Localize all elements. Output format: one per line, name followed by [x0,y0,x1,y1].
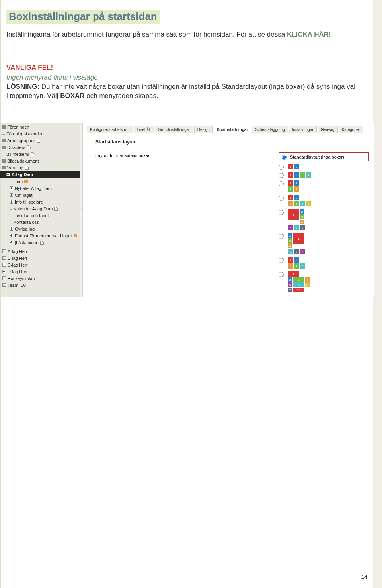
tab-kategorier[interactable]: Kategorier [339,126,363,133]
sidebar-item[interactable]: +[Låsta sidor] [1,239,80,246]
dash-icon: – [2,152,5,157]
sidebar-item[interactable]: +Övriga lag [1,225,80,232]
layout-option-1[interactable]: 12 [279,164,369,170]
sidebar-item-label: Föreningskalender [6,131,43,136]
sidebar-item[interactable]: +B-lag Herr [1,255,80,261]
sidebar-item-label: [Låsta sidor] [15,240,39,245]
bullet-icon [2,139,6,142]
sidebar-item[interactable]: Diskutera [1,144,80,151]
expand-icon[interactable]: + [10,227,13,231]
layout-preview-3: 12 34 [288,180,299,192]
tab-innehåll[interactable]: Innehåll [134,126,154,133]
expand-icon[interactable]: + [2,249,6,253]
tab-strip: Konfigurera arbetsrumInnehållGrundinstäl… [83,123,374,133]
layout-preview-8: 1 234 568 710 [288,271,310,293]
sidebar-item[interactable]: –Bli medlem! [1,151,80,157]
layout-option-7[interactable]: 12 345 [279,257,369,269]
radio-layout-3[interactable] [279,181,284,186]
sidebar-item[interactable]: +A-lag Herr [1,248,80,255]
radio-layout-8[interactable] [279,272,284,277]
radio-layout-7[interactable] [279,258,284,263]
sidebar-item[interactable]: +Team -00 [1,282,80,288]
sidebar-item-label: Resultat och tabell [14,213,50,218]
boxar-word: BOXAR [60,92,84,100]
layout-preview-5: 1 234 765 [288,209,305,231]
sidebar-item[interactable]: Våra lag [1,164,80,171]
sidebar-item-label: Bli medlem! [6,152,29,157]
layout-options: Standardlayout (inga boxar) 12 1234 [279,152,369,293]
sidebar-item-label: Kontakta oss [14,220,39,225]
layout-preview-7: 12 345 [288,257,305,269]
layout-form-row: Layout för startsidans boxar Standardlay… [83,152,374,293]
layout-option-8[interactable]: 1 234 568 710 [279,271,369,293]
section-divider [87,148,374,148]
document-page: Boxinställningar på startsidan Inställni… [0,0,382,588]
layout-option-3[interactable]: 12 34 [279,180,369,192]
sidebar-tree[interactable]: Föreningen–FöreningskalenderArbetsgruppe… [1,123,80,297]
expand-icon[interactable]: + [10,200,13,204]
sidebar-item[interactable]: +Nyheter A-lag Dam [1,185,80,192]
klicka-link[interactable]: KLICKA HÄR! [287,31,331,38]
sidebar-item[interactable]: +Hockeyskolan [1,275,80,282]
expand-icon[interactable]: + [2,270,6,273]
collapse-icon[interactable]: − [6,173,10,176]
expand-icon[interactable]: + [2,256,6,260]
losning-label: LÖSNING: [6,83,41,90]
sidebar-item[interactable]: +C-lag Herr [1,261,80,268]
sidebar-item-label: Kalender A-lag Dam [14,206,53,211]
sidebar-item-label: Nyheter A-lag Dam [15,186,52,191]
page-heading: Boxinställningar på startsidan [6,10,160,24]
expand-icon[interactable]: + [2,263,6,267]
tab-konfigurera-arbetsrum[interactable]: Konfigurera arbetsrum [87,126,133,133]
radio-layout-1[interactable] [279,165,284,170]
layout-option-5[interactable]: 1 234 765 [279,209,369,231]
radio-layout-2[interactable] [279,173,284,178]
expand-icon[interactable]: + [10,241,13,244]
sidebar-item[interactable]: –Kontakta oss [1,219,80,225]
expand-icon[interactable]: + [10,186,13,190]
expand-icon[interactable]: + [2,283,6,287]
layout-option-6[interactable]: 234 1 567 [279,233,369,255]
layout-preview-4: 12 3456 [288,195,311,207]
sidebar-item[interactable]: –Kalender A-lag Dam [1,205,80,212]
sidebar-item[interactable]: Föreningen [1,123,80,130]
tab-grundinställningar[interactable]: Grundinställningar [155,126,193,133]
layout-option-2[interactable]: 1234 [279,172,369,178]
flag-icon [74,234,77,237]
sidebar-item-label: Endast för medlemmar i laget [15,233,72,238]
tab-schemaläggning[interactable]: Schemaläggning [252,126,288,133]
sidebar-item-selected[interactable]: −A-lag Dam [0,171,80,178]
intro-paragraph: Inställningarna för arbetsrummet fungera… [6,30,357,39]
layout-option-4[interactable]: 12 3456 [279,195,369,207]
bullet-icon [2,166,6,169]
selected-highlight-box: Standardlayout (inga boxar) [279,152,369,161]
sidebar-item[interactable]: Arbetsgrupper [1,137,80,144]
expand-icon[interactable]: + [10,193,13,197]
radio-layout-4[interactable] [279,196,284,201]
tab-inställningar[interactable]: Inställningar [289,126,317,133]
sidebar-item[interactable]: +D-lag Herr [1,268,80,275]
document-icon [25,166,29,170]
tab-boxinställningar[interactable]: Boxinställningar [214,126,251,133]
content-area: Konfigurera arbetsrumInnehållGrundinstäl… [83,123,374,297]
dash-icon: – [2,131,5,136]
tab-genväg[interactable]: Genväg [318,126,338,133]
layout-option-standard[interactable]: Standardlayout (inga boxar) [279,152,369,161]
layout-preview-6: 234 1 567 [288,233,305,255]
radio-standard[interactable] [282,155,287,160]
sidebar-item[interactable]: –Föreningskalender [1,130,80,137]
radio-layout-5[interactable] [279,210,284,215]
expand-icon[interactable]: + [2,276,6,280]
flag-icon [24,180,28,183]
sidebar-item[interactable]: –Resultat och tabell [1,212,80,219]
split-divider[interactable]: ⋮⋮ [80,123,83,297]
radio-layout-6[interactable] [279,234,284,239]
sidebar-item[interactable]: +Om laget [1,192,80,198]
sidebar-item-label: Våra lag [7,165,23,170]
sidebar-item[interactable]: Bilder/dokument [1,157,80,164]
tab-design[interactable]: Design [194,126,213,133]
sidebar-item[interactable]: –Hem [1,178,80,185]
expand-icon[interactable]: + [10,234,13,237]
sidebar-item[interactable]: +Info till spelare [1,198,80,205]
sidebar-item[interactable]: +Endast för medlemmar i laget [1,232,80,239]
